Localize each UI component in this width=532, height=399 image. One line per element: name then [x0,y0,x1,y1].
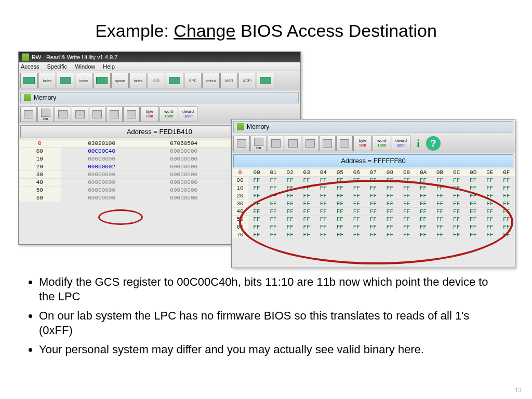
toolbar-button[interactable]: index [129,73,147,88]
memory-panel-header: Memory [20,92,299,103]
mem-toolbar-button[interactable] [89,107,105,122]
bullet-item: Modify the GCS register to 00C00C40h, bi… [39,275,506,303]
mem-toolbar-button[interactable] [55,107,71,122]
toolbar-button[interactable]: index [38,73,56,88]
menu-help[interactable]: Help [103,63,115,70]
size-dword[interactable]: dword32bit [179,107,197,122]
help-icon[interactable]: ? [426,136,441,151]
mem-toolbar-button[interactable] [72,107,88,122]
title-prefix: Example: [95,21,174,41]
highlight-circle-gcs [98,209,143,225]
title-suffix: BIOS Access Destination [235,21,436,41]
app-icon [22,54,29,61]
toolbar-button[interactable]: MSR [220,73,238,88]
memory-panel-header-2: Memory [233,121,513,132]
info-icon[interactable]: i [411,136,425,151]
toolbar-button[interactable] [93,73,111,88]
mem-toolbar-button[interactable] [285,136,301,151]
toolbar-button[interactable]: index [75,73,92,88]
title-underline: Change [174,21,235,41]
bullet-item: On our lab system the LPC has no firmwar… [39,309,506,337]
toolbar-button[interactable]: space [111,73,129,88]
bullet-list: Modify the GCS register to 00C00C40h, bi… [26,275,506,357]
size-byte[interactable]: byte8bit [353,136,372,151]
memory-icon [24,94,31,101]
main-toolbar: indexindexspaceindexSIOSPDsmbusMSRACPI [19,71,300,90]
mem-toolbar-button[interactable] [20,107,37,122]
mem-toolbar-button[interactable] [302,136,318,151]
mem-toolbar-button[interactable] [319,136,336,151]
bullet-item: Your personal system may differ and you … [39,342,506,357]
size-word[interactable]: word16bit [373,136,391,151]
menubar: Access Specific Window Help [19,62,300,71]
panel-label: Memory [34,94,56,101]
toolbar-button[interactable] [166,73,183,88]
toolbar-button[interactable]: SIO [148,73,165,88]
toolbar-button[interactable] [20,73,38,88]
mem-toolbar-button[interactable] [233,136,250,151]
toolbar-button[interactable] [257,73,274,88]
size-byte[interactable]: byte8bit [140,107,159,122]
mem-toolbar-button[interactable]: bin [250,136,267,151]
memory-toolbar-2: binbyte8bitword16bitdword32biti? [232,134,515,153]
toolbar-button[interactable]: smbus [202,73,220,88]
toolbar-button[interactable]: ACPI [238,73,256,88]
mem-toolbar-button[interactable] [123,107,140,122]
address-field-2[interactable]: Address = FFFFFF80 [233,154,513,167]
mem-toolbar-button[interactable]: bin [37,107,54,122]
mem-toolbar-button[interactable] [268,136,284,151]
memory-icon [237,123,244,130]
panel-label: Memory [247,123,269,130]
toolbar-button[interactable]: SPD [184,73,202,88]
titlebar[interactable]: RW - Read & Write Utility v1.4.9.7 [19,52,300,62]
menu-specific[interactable]: Specific [47,63,68,70]
menu-window[interactable]: Window [75,63,95,70]
highlight-circle-ff [239,180,513,264]
mem-toolbar-button[interactable] [106,107,123,122]
menu-access[interactable]: Access [21,63,39,70]
mem-toolbar-button[interactable] [336,136,353,151]
size-word[interactable]: word16bit [159,107,178,122]
slide-title: Example: Change BIOS Access Destination [26,21,506,41]
page-number: 13 [515,387,522,394]
size-dword[interactable]: dword32bit [392,136,410,151]
toolbar-button[interactable] [57,73,74,88]
app-title: RW - Read & Write Utility v1.4.9.7 [32,54,117,60]
